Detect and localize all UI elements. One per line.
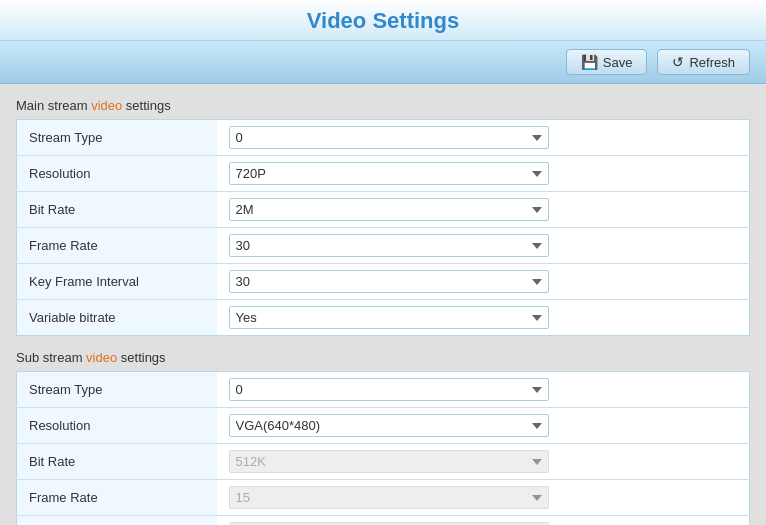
page-title: Video Settings — [307, 8, 459, 33]
field-label: Stream Type — [17, 120, 217, 156]
field-select: 15 — [229, 486, 549, 509]
field-select[interactable]: 152530 — [229, 234, 549, 257]
page-container: Video Settings 💾 Save ↺ Refresh Main str… — [0, 0, 766, 525]
header: Video Settings — [0, 0, 766, 41]
save-icon: 💾 — [581, 54, 598, 70]
refresh-label: Refresh — [689, 55, 735, 70]
field-select[interactable]: 512K1M2M4M — [229, 198, 549, 221]
field-select: 512K — [229, 450, 549, 473]
table-row: Key Frame Interval45 — [17, 516, 750, 526]
field-select[interactable]: YesNo — [229, 306, 549, 329]
field-label: Frame Rate — [17, 480, 217, 516]
table-row: Frame Rate152530 — [17, 228, 750, 264]
field-label: Variable bitrate — [17, 300, 217, 336]
field-label: Frame Rate — [17, 228, 217, 264]
table-row: Stream Type012 — [17, 372, 750, 408]
field-label: Stream Type — [17, 372, 217, 408]
main-stream-section-title: Main stream video settings — [16, 98, 750, 113]
table-row: Variable bitrateYesNo — [17, 300, 750, 336]
field-select[interactable]: 20304050 — [229, 270, 549, 293]
refresh-button[interactable]: ↺ Refresh — [657, 49, 750, 75]
field-select[interactable]: 720P1080PVGA(640*480) — [229, 162, 549, 185]
toolbar: 💾 Save ↺ Refresh — [0, 41, 766, 84]
field-select[interactable]: 012 — [229, 126, 549, 149]
main-stream-table: Stream Type012Resolution720P1080PVGA(640… — [16, 119, 750, 336]
sub-stream-section-title: Sub stream video settings — [16, 350, 750, 365]
field-label: Bit Rate — [17, 192, 217, 228]
table-row: ResolutionVGA(640*480)360PCIF — [17, 408, 750, 444]
field-select[interactable]: VGA(640*480)360PCIF — [229, 414, 549, 437]
refresh-icon: ↺ — [672, 54, 684, 70]
table-row: Bit Rate512K1M2M4M — [17, 192, 750, 228]
field-label: Key Frame Interval — [17, 264, 217, 300]
field-label: Resolution — [17, 408, 217, 444]
sub-stream-table: Stream Type012ResolutionVGA(640*480)360P… — [16, 371, 750, 525]
table-row: Frame Rate15 — [17, 480, 750, 516]
table-row: Resolution720P1080PVGA(640*480) — [17, 156, 750, 192]
field-label: Bit Rate — [17, 444, 217, 480]
save-button[interactable]: 💾 Save — [566, 49, 648, 75]
content-area: Main stream video settings Stream Type01… — [0, 84, 766, 525]
field-label: Key Frame Interval — [17, 516, 217, 526]
table-row: Bit Rate512K — [17, 444, 750, 480]
table-row: Key Frame Interval20304050 — [17, 264, 750, 300]
save-label: Save — [603, 55, 633, 70]
field-select[interactable]: 012 — [229, 378, 549, 401]
table-row: Stream Type012 — [17, 120, 750, 156]
field-label: Resolution — [17, 156, 217, 192]
